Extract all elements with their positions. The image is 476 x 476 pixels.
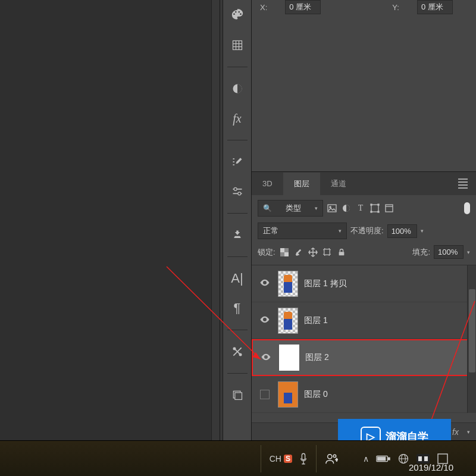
layer-name[interactable]: 图层 2 — [305, 352, 329, 363]
y-value[interactable]: 0 厘米 — [417, 0, 453, 14]
svg-point-10 — [234, 187, 237, 190]
filter-adjust-icon[interactable] — [341, 203, 352, 214]
layers-scrollbar[interactable] — [467, 265, 476, 413]
clone-stamp-icon[interactable] — [228, 226, 247, 245]
filter-shape-icon[interactable] — [369, 203, 380, 214]
paragraph-icon[interactable]: ¶ — [228, 299, 247, 318]
network-icon[interactable] — [397, 453, 409, 465]
taskbar-date[interactable]: 2019/12/10 — [409, 462, 453, 472]
tray-expand-icon[interactable]: ∧ — [363, 454, 369, 464]
layer-row[interactable]: 图层 0 — [252, 376, 476, 413]
svg-point-12 — [237, 192, 240, 195]
visibility-off-icon — [260, 390, 270, 399]
svg-rect-0 — [233, 41, 242, 50]
svg-rect-29 — [324, 249, 330, 255]
layers-panel-body: 🔍 类型 ▾ T — [252, 195, 476, 440]
svg-rect-20 — [371, 205, 378, 212]
fill-value[interactable]: 100% — [434, 245, 464, 259]
layer-thumbnail[interactable] — [278, 381, 298, 408]
tab-channels[interactable]: 通道 — [320, 173, 357, 195]
vertical-tool-strip: fx A| ¶ — [223, 0, 252, 440]
svg-point-14 — [239, 353, 241, 355]
chevron-down-icon[interactable]: ▾ — [421, 228, 424, 234]
svg-rect-34 — [302, 453, 305, 460]
layer-row[interactable]: 图层 1 拷贝 — [252, 265, 476, 302]
svg-point-18 — [330, 206, 331, 208]
svg-rect-30 — [339, 252, 344, 255]
canvas-area[interactable] — [0, 0, 220, 440]
svg-rect-28 — [284, 252, 289, 256]
tab-3d[interactable]: 3D — [252, 173, 283, 194]
filter-kind-dropdown[interactable]: 🔍 类型 ▾ — [258, 200, 323, 217]
visibility-toggle[interactable] — [259, 350, 273, 365]
svg-rect-27 — [280, 248, 284, 252]
tools-cross-icon[interactable] — [228, 342, 247, 361]
grid-icon[interactable] — [228, 36, 247, 55]
panel-menu-icon[interactable] — [453, 174, 472, 193]
chevron-down-icon[interactable]: ▾ — [467, 249, 470, 255]
lock-position-icon[interactable] — [308, 247, 318, 258]
svg-rect-25 — [386, 205, 393, 212]
filter-smart-icon[interactable] — [384, 203, 394, 214]
filter-toggle-icon[interactable] — [464, 202, 470, 214]
separator — [227, 373, 248, 374]
filter-text-icon[interactable]: T — [355, 203, 366, 214]
fx-icon[interactable]: fx — [228, 109, 247, 128]
layer-name[interactable]: 图层 1 拷贝 — [304, 278, 347, 289]
library-icon[interactable] — [228, 386, 247, 405]
opacity-label: 不透明度: — [350, 226, 384, 236]
sliders-icon[interactable] — [228, 182, 247, 201]
layer-controls: 🔍 类型 ▾ T — [252, 195, 476, 259]
layer-thumbnail[interactable] — [279, 345, 299, 371]
x-label: X: — [260, 3, 267, 12]
svg-rect-21 — [371, 204, 372, 205]
layer-thumbnail[interactable] — [278, 308, 298, 334]
taskbar-divider — [261, 445, 261, 472]
battery-icon[interactable] — [376, 455, 390, 463]
svg-rect-46 — [424, 456, 428, 461]
ime-indicator[interactable]: CH S — [270, 454, 292, 464]
fx-footer-icon[interactable]: fx — [452, 427, 459, 437]
svg-point-13 — [233, 347, 235, 349]
layer-row[interactable]: 图层 1 — [252, 302, 476, 339]
visibility-toggle[interactable] — [258, 387, 272, 402]
visibility-toggle[interactable] — [258, 314, 272, 328]
svg-point-35 — [328, 454, 332, 458]
separator — [227, 256, 248, 257]
chevron-down-icon: ▾ — [315, 205, 318, 211]
svg-rect-22 — [378, 204, 379, 205]
lock-label: 锁定: — [258, 247, 275, 258]
character-a-icon[interactable]: A| — [228, 269, 247, 288]
x-value[interactable]: 0 厘米 — [285, 0, 321, 14]
filter-image-icon[interactable] — [327, 203, 337, 214]
svg-rect-45 — [418, 456, 422, 461]
properties-panel: X: 0 厘米 Y: 0 厘米 — [252, 0, 476, 171]
layer-thumbnail[interactable] — [278, 271, 298, 297]
layer-name[interactable]: 图层 1 — [304, 315, 328, 326]
chevron-down-icon: ▾ — [339, 228, 342, 234]
panel-tabs: 3D 图层 通道 — [252, 171, 476, 195]
mic-icon[interactable] — [299, 452, 308, 465]
svg-rect-40 — [378, 457, 386, 461]
svg-rect-24 — [378, 211, 379, 212]
visibility-toggle[interactable] — [258, 277, 272, 291]
palette-icon[interactable] — [228, 6, 247, 25]
people-icon[interactable]: + — [325, 452, 338, 465]
tab-layers[interactable]: 图层 — [283, 173, 320, 195]
opacity-value[interactable]: 100% — [387, 224, 417, 238]
windows-taskbar[interactable]: CH S + ∧ — [0, 440, 476, 476]
layer-name[interactable]: 图层 0 — [304, 389, 328, 400]
brush-list-icon[interactable] — [228, 152, 247, 171]
contrast-circle-icon[interactable] — [228, 79, 247, 98]
lock-artboard-icon[interactable] — [322, 247, 333, 258]
svg-rect-8 — [233, 164, 234, 165]
scrollbar-thumb[interactable] — [469, 289, 475, 372]
separator — [227, 330, 248, 330]
lock-transparency-icon[interactable] — [279, 247, 290, 258]
layer-row-selected[interactable]: 图层 2 — [252, 339, 476, 376]
blend-mode-dropdown[interactable]: 正常 ▾ — [258, 223, 347, 239]
svg-rect-23 — [371, 211, 372, 212]
lock-paint-icon[interactable] — [293, 247, 304, 258]
fill-label: 填充: — [412, 247, 430, 258]
lock-all-icon[interactable] — [336, 247, 347, 258]
